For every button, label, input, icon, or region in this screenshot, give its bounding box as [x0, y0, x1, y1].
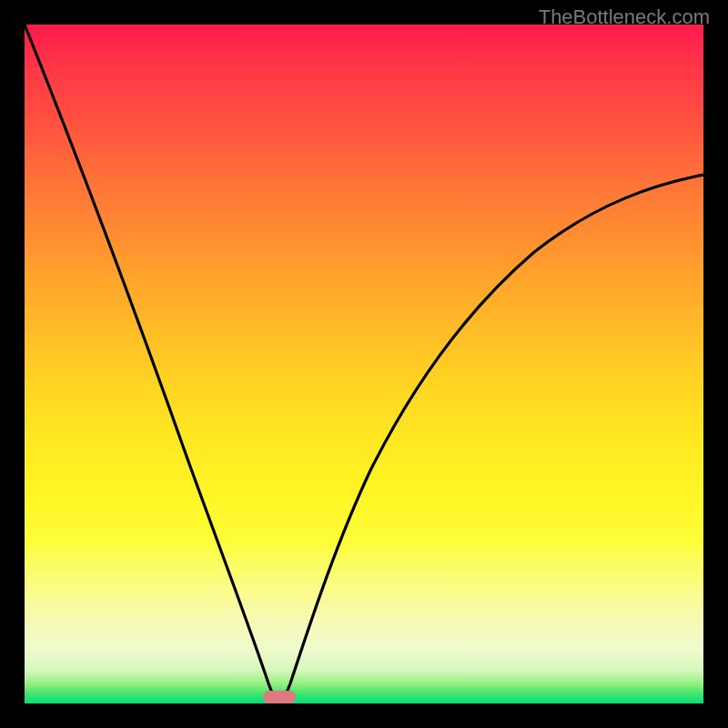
- watermark-text: TheBottleneck.com: [539, 5, 710, 29]
- left-curve-path: [25, 25, 279, 703]
- chart-curves-svg: [25, 25, 703, 703]
- right-curve-path: [279, 175, 703, 703]
- chart-plot-area: [25, 25, 703, 703]
- optimal-point-marker: [263, 691, 296, 703]
